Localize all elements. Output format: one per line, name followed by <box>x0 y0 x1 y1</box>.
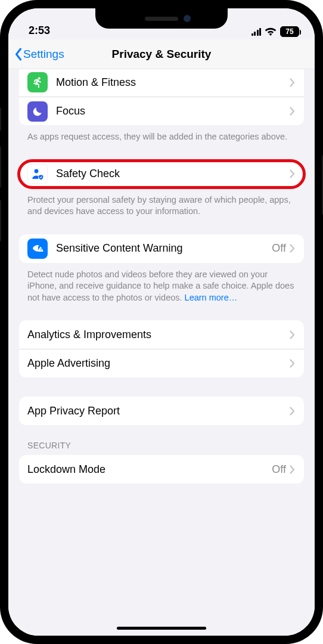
privacy-report-group: App Privacy Report <box>19 397 304 425</box>
back-label: Settings <box>23 48 64 61</box>
row-label: Sensitive Content Warning <box>56 239 272 258</box>
safety-group: Safety Check <box>19 160 304 188</box>
chevron-right-icon <box>290 78 296 87</box>
row-label: Focus <box>56 101 290 121</box>
chevron-right-icon <box>290 169 296 178</box>
chevron-left-icon <box>14 48 23 61</box>
person-shield-icon <box>27 164 48 184</box>
row-label: Apple Advertising <box>27 354 290 373</box>
row-apple-advertising[interactable]: Apple Advertising <box>19 349 304 377</box>
row-label: Lockdown Mode <box>27 460 272 479</box>
svg-point-2 <box>36 247 38 249</box>
chevron-right-icon <box>290 107 296 116</box>
chevron-right-icon <box>290 465 296 474</box>
runner-icon <box>27 72 48 92</box>
sensitive-group: Sensitive Content Warning Off <box>19 234 304 263</box>
svg-point-0 <box>38 78 41 80</box>
section-header-security: SECURITY <box>8 425 315 455</box>
analytics-group: Analytics & Improvements Apple Advertisi… <box>19 320 304 377</box>
row-value: Off <box>272 463 286 476</box>
row-label: App Privacy Report <box>27 401 290 421</box>
battery-indicator: 75 <box>280 26 299 37</box>
eye-warning-icon <box>27 239 48 259</box>
chevron-right-icon <box>290 330 296 339</box>
back-button[interactable]: Settings <box>14 48 64 61</box>
row-app-privacy-report[interactable]: App Privacy Report <box>19 397 304 425</box>
row-sensitive-content[interactable]: Sensitive Content Warning Off <box>19 234 304 263</box>
chevron-right-icon <box>290 244 296 253</box>
security-group: Lockdown Mode Off <box>19 455 304 484</box>
navigation-bar: Settings Privacy & Security <box>8 39 315 69</box>
page-title: Privacy & Security <box>112 48 212 61</box>
row-analytics[interactable]: Analytics & Improvements <box>19 320 304 349</box>
settings-scroll-area[interactable]: Motion & Fitness Focus As apps request a… <box>8 69 315 636</box>
home-indicator[interactable] <box>117 627 206 630</box>
group-footer: As apps request access, they will be add… <box>8 125 315 147</box>
status-time: 2:53 <box>29 24 50 37</box>
chevron-right-icon <box>290 407 296 416</box>
row-focus[interactable]: Focus <box>19 97 304 125</box>
learn-more-link[interactable]: Learn more… <box>185 293 238 302</box>
moon-icon <box>27 101 48 122</box>
row-label: Analytics & Improvements <box>27 325 290 345</box>
chevron-right-icon <box>290 359 296 368</box>
row-safety-check[interactable]: Safety Check <box>19 160 304 188</box>
group-footer: Protect your personal safety by staying … <box>8 188 315 221</box>
cellular-signal-icon <box>251 28 262 36</box>
svg-point-1 <box>35 169 39 173</box>
row-motion-fitness[interactable]: Motion & Fitness <box>19 69 304 97</box>
row-label: Motion & Fitness <box>56 73 290 92</box>
row-value: Off <box>272 242 286 255</box>
wifi-icon <box>265 27 277 36</box>
row-lockdown-mode[interactable]: Lockdown Mode Off <box>19 455 304 484</box>
access-group: Motion & Fitness Focus <box>19 69 304 125</box>
row-label: Safety Check <box>56 164 290 184</box>
group-footer: Detect nude photos and videos before the… <box>8 263 315 308</box>
